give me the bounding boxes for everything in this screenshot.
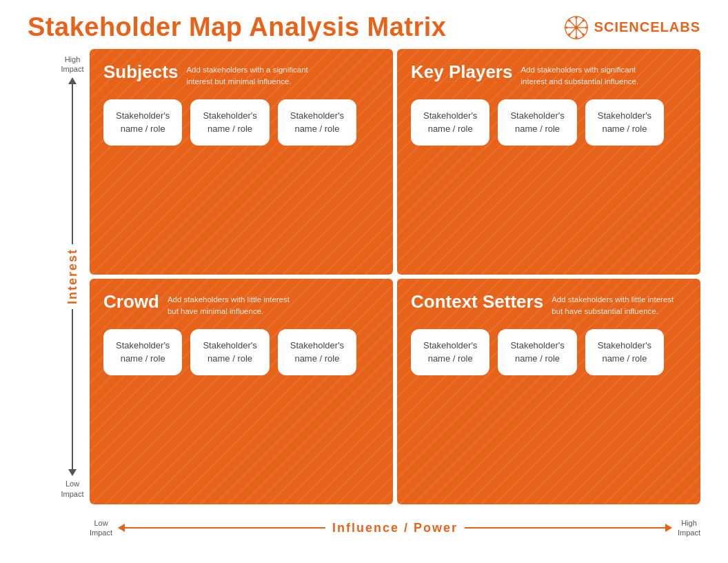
quadrant-context-setters-header: Context Setters Add stakeholders with li… xyxy=(411,291,687,318)
quadrant-subjects-title: Subjects xyxy=(103,61,178,83)
quadrant-subjects: Subjects Add stakeholders with a signifi… xyxy=(90,49,393,275)
quadrant-subjects-header: Subjects Add stakeholders with a signifi… xyxy=(103,61,379,88)
page-title: Stakeholder Map Analysis Matrix xyxy=(28,12,447,42)
y-axis-label-bottom: Low Impact xyxy=(61,479,83,499)
list-item[interactable]: Stakeholder's name / role xyxy=(498,99,576,146)
logo-text: SCIENCELABS xyxy=(594,19,700,35)
arrow-down-icon xyxy=(68,469,77,476)
y-axis-arrow-container: Interest xyxy=(65,77,80,477)
quadrant-context-setters: Context Setters Add stakeholders with li… xyxy=(397,279,700,504)
header: Stakeholder Map Analysis Matrix SCIENCEL… xyxy=(0,0,728,49)
quadrant-crowd-cards: Stakeholder's name / role Stakeholder's … xyxy=(103,329,379,375)
list-item[interactable]: Stakeholder's name / role xyxy=(411,329,489,375)
svg-point-6 xyxy=(575,16,578,19)
x-axis: Low Impact Influence / Power High Impact xyxy=(0,504,728,546)
svg-point-10 xyxy=(568,19,571,22)
y-axis-title: Interest xyxy=(65,248,80,304)
list-item[interactable]: Stakeholder's name / role xyxy=(190,329,269,375)
quadrant-crowd-header: Crowd Add stakeholders with little inter… xyxy=(103,291,379,318)
logo: SCIENCELABS xyxy=(564,15,700,40)
list-item[interactable]: Stakeholder's name / role xyxy=(103,99,182,146)
arrow-right-icon xyxy=(665,524,672,532)
x-axis-label-left: Low Impact xyxy=(90,518,112,538)
quadrant-crowd: Crowd Add stakeholders with little inter… xyxy=(90,279,393,504)
quadrant-subjects-cards: Stakeholder's name / role Stakeholder's … xyxy=(103,99,379,146)
list-item[interactable]: Stakeholder's name / role xyxy=(103,329,182,375)
svg-point-11 xyxy=(582,33,585,36)
quadrant-key-players-cards: Stakeholder's name / role Stakeholder's … xyxy=(411,99,687,146)
quadrant-key-players: Key Players Add stakeholders with signif… xyxy=(397,49,700,275)
list-item[interactable]: Stakeholder's name / role xyxy=(585,99,664,146)
list-item[interactable]: Stakeholder's name / role xyxy=(278,99,356,146)
svg-point-9 xyxy=(585,26,587,29)
quadrant-context-setters-cards: Stakeholder's name / role Stakeholder's … xyxy=(411,329,687,375)
list-item[interactable]: Stakeholder's name / role xyxy=(411,99,489,146)
main-area: High Impact Interest Low Impact Subjects… xyxy=(0,49,728,504)
quadrant-subjects-desc: Add stakeholders with a significantinter… xyxy=(186,61,307,88)
y-axis: High Impact Interest Low Impact xyxy=(55,49,90,504)
quadrant-key-players-header: Key Players Add stakeholders with signif… xyxy=(411,61,687,88)
quadrant-key-players-title: Key Players xyxy=(411,61,512,83)
y-axis-label-top: High Impact xyxy=(61,55,83,75)
y-axis-line xyxy=(72,84,73,245)
x-axis-line-right xyxy=(465,527,665,529)
svg-point-8 xyxy=(565,26,567,29)
quadrant-crowd-title: Crowd xyxy=(103,291,159,313)
svg-point-12 xyxy=(582,19,585,22)
x-axis-title: Influence / Power xyxy=(325,521,465,535)
logo-icon xyxy=(564,15,589,40)
arrow-left-icon xyxy=(118,524,125,532)
x-axis-arrow-container: Influence / Power xyxy=(118,521,672,535)
svg-point-7 xyxy=(575,36,578,39)
svg-point-5 xyxy=(574,26,578,29)
quadrant-key-players-desc: Add stakeholders with significantinteres… xyxy=(520,61,638,88)
quadrant-context-setters-desc: Add stakeholders with little interestbut… xyxy=(552,291,674,318)
y-axis-line-2 xyxy=(72,309,73,470)
arrow-up-icon xyxy=(68,77,77,84)
x-axis-label-right: High Impact xyxy=(678,518,700,538)
list-item[interactable]: Stakeholder's name / role xyxy=(278,329,356,375)
quadrant-context-setters-title: Context Setters xyxy=(411,291,543,313)
list-item[interactable]: Stakeholder's name / role xyxy=(190,99,269,146)
x-axis-line-left xyxy=(125,527,325,529)
svg-point-13 xyxy=(568,33,571,36)
quadrant-crowd-desc: Add stakeholders with little interestbut… xyxy=(168,291,290,318)
matrix: Subjects Add stakeholders with a signifi… xyxy=(90,49,700,504)
list-item[interactable]: Stakeholder's name / role xyxy=(498,329,576,375)
list-item[interactable]: Stakeholder's name / role xyxy=(585,329,664,375)
